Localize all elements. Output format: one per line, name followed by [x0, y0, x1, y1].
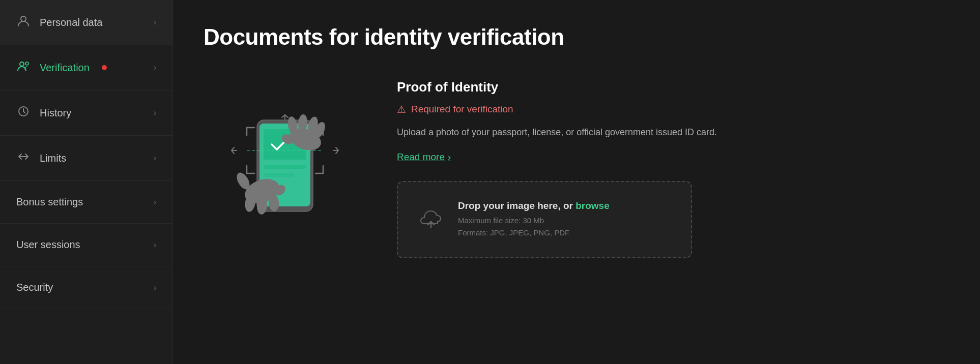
- sidebar-item-security-label: Security: [16, 282, 53, 293]
- sidebar-item-history-label: History: [40, 107, 71, 119]
- sidebar-item-user-sessions[interactable]: User sessions ›: [0, 224, 172, 266]
- sidebar-item-history[interactable]: History ›: [0, 90, 172, 136]
- sidebar-item-user-sessions-label: User sessions: [16, 239, 80, 251]
- limits-chevron: ›: [154, 154, 156, 163]
- page-title: Documents for identity verification: [204, 24, 949, 50]
- read-more-chevron: ›: [448, 151, 451, 163]
- sidebar-item-bonus-settings[interactable]: Bonus settings ›: [0, 181, 172, 224]
- sidebar-item-verification[interactable]: Verification ›: [0, 45, 172, 90]
- sidebar-item-personal-data-label: Personal data: [40, 17, 102, 28]
- required-label: Required for verification: [411, 104, 513, 115]
- verification-notification-dot: [102, 65, 107, 70]
- svg-rect-8: [264, 173, 294, 177]
- upload-text-block: Drop your image here, or browse Maximum …: [458, 200, 610, 239]
- sidebar: Personal data › Verification ›: [0, 0, 173, 364]
- upload-dropzone[interactable]: Drop your image here, or browse Maximum …: [397, 181, 692, 258]
- svg-point-2: [25, 62, 28, 65]
- personal-data-chevron: ›: [154, 18, 156, 27]
- upload-size-limit: Maximum file size: 30 Mb: [458, 215, 610, 227]
- sidebar-item-limits[interactable]: Limits ›: [0, 136, 172, 181]
- sidebar-item-personal-data[interactable]: Personal data ›: [0, 0, 172, 45]
- sidebar-item-bonus-settings-label: Bonus settings: [16, 196, 83, 208]
- required-badge: ⚠ Required for verification: [397, 103, 949, 115]
- bonus-settings-chevron: ›: [154, 198, 156, 207]
- sidebar-item-security[interactable]: Security ›: [0, 266, 172, 309]
- phone-illustration: [209, 74, 361, 217]
- main-content: Documents for identity verification: [173, 0, 980, 364]
- svg-point-0: [21, 16, 26, 21]
- read-more-link[interactable]: Read more ›: [397, 151, 451, 163]
- personal-data-icon: [16, 14, 31, 31]
- user-sessions-chevron: ›: [154, 240, 156, 250]
- history-icon: [16, 105, 31, 121]
- history-chevron: ›: [154, 108, 156, 117]
- illustration-container: [204, 74, 366, 217]
- upload-formats: Formats: JPG, JPEG, PNG, PDF: [458, 227, 610, 239]
- upload-main-text: Drop your image here, or browse: [458, 200, 610, 211]
- right-content: Proof of Identity ⚠ Required for verific…: [397, 74, 949, 258]
- verification-icon: [16, 59, 31, 76]
- limits-icon: [16, 150, 31, 166]
- content-area: Proof of Identity ⚠ Required for verific…: [204, 74, 949, 258]
- verification-chevron: ›: [154, 63, 156, 72]
- sidebar-item-limits-label: Limits: [40, 153, 66, 164]
- upload-cloud-icon: [418, 207, 444, 232]
- read-more-label: Read more: [397, 151, 445, 163]
- description-text: Upload a photo of your passport, license…: [397, 126, 753, 139]
- security-chevron: ›: [154, 283, 156, 292]
- warning-icon: ⚠: [397, 103, 406, 115]
- svg-rect-7: [264, 165, 306, 169]
- upload-browse-label: browse: [575, 200, 610, 211]
- svg-point-1: [20, 62, 24, 66]
- proof-of-identity-title: Proof of Identity: [397, 79, 949, 95]
- sidebar-item-verification-label: Verification: [40, 62, 90, 74]
